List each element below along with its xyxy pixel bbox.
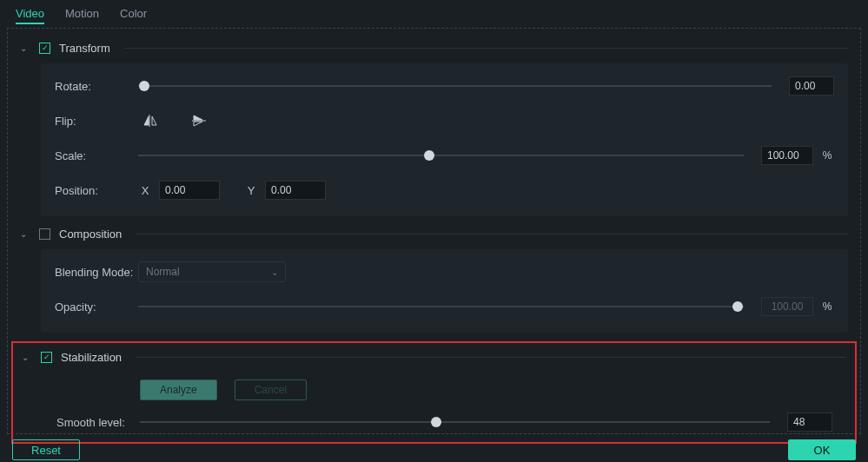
rotate-label: Rotate: <box>55 80 138 93</box>
scale-input[interactable]: 100.00 <box>761 146 813 165</box>
reset-button[interactable]: Reset <box>12 439 80 460</box>
pos-y-input[interactable]: 0.00 <box>265 181 326 200</box>
scale-slider-thumb[interactable] <box>424 150 434 161</box>
blending-mode-value: Normal <box>146 266 180 278</box>
blending-label: Blending Mode: <box>55 266 138 279</box>
pos-y-label: Y <box>244 184 258 197</box>
scale-label: Scale: <box>55 149 138 162</box>
opacity-label: Opacity: <box>55 300 138 314</box>
ok-button[interactable]: OK <box>788 439 856 460</box>
flip-vertical-icon[interactable] <box>187 112 211 129</box>
chevron-down-icon[interactable]: ⌄ <box>20 43 30 53</box>
tab-color[interactable]: Color <box>120 7 147 24</box>
tab-motion[interactable]: Motion <box>65 7 99 24</box>
flip-horizontal-icon[interactable] <box>138 112 162 129</box>
analyze-button[interactable]: Analyze <box>140 380 217 400</box>
tab-bar: Video Motion Color <box>0 0 868 24</box>
scale-unit: % <box>820 149 834 162</box>
blending-mode-select[interactable]: Normal ⌄ <box>138 261 286 282</box>
composition-title: Composition <box>59 228 122 241</box>
rotate-input[interactable]: 0.00 <box>789 76 834 96</box>
position-label: Position: <box>55 184 138 197</box>
rotate-slider-thumb[interactable] <box>139 81 149 91</box>
opacity-slider-thumb[interactable] <box>732 301 743 312</box>
chevron-down-icon[interactable]: ⌄ <box>20 229 30 239</box>
stabilization-title: Stabilization <box>61 351 122 364</box>
opacity-unit: % <box>820 300 834 313</box>
stabilization-section-highlighted: ⌄ ✓ Stabilization Analyze Cancel Smooth … <box>11 341 857 444</box>
scale-slider[interactable] <box>138 155 744 156</box>
divider <box>124 48 848 49</box>
smooth-input[interactable]: 48 <box>787 412 832 432</box>
stabilization-body: Analyze Cancel Smooth level: 48 <box>43 373 846 437</box>
smooth-slider-thumb[interactable] <box>431 417 441 427</box>
stabilization-checkbox[interactable]: ✓ <box>41 352 52 363</box>
transform-title: Transform <box>59 42 110 55</box>
divider <box>136 234 848 234</box>
composition-checkbox[interactable]: ✓ <box>39 228 50 240</box>
pos-x-label: X <box>138 184 152 197</box>
composition-body: Blending Mode: Normal ⌄ Opacity: 100.00 … <box>41 249 848 333</box>
pos-x-input[interactable]: 0.00 <box>159 181 220 200</box>
flip-label: Flip: <box>55 115 138 128</box>
chevron-down-icon[interactable]: ⌄ <box>22 353 32 362</box>
rotate-slider[interactable] <box>138 85 772 87</box>
composition-section: ⌄ ✓ Composition Blending Mode: Normal ⌄ … <box>20 225 848 333</box>
footer: Reset OK <box>0 434 868 460</box>
opacity-slider[interactable] <box>138 306 744 307</box>
video-panel: ⌄ ✓ Transform Rotate: 0.00 Flip: <box>7 28 861 434</box>
tab-video[interactable]: Video <box>16 7 44 24</box>
transform-body: Rotate: 0.00 Flip: <box>41 63 848 216</box>
transform-section: ⌄ ✓ Transform Rotate: 0.00 Flip: <box>20 39 848 216</box>
transform-checkbox[interactable]: ✓ <box>39 43 50 54</box>
opacity-value: 100.00 <box>761 297 813 316</box>
chevron-down-icon: ⌄ <box>271 267 278 277</box>
smooth-label: Smooth level: <box>56 416 140 429</box>
smooth-slider[interactable] <box>140 421 770 423</box>
divider <box>136 357 846 358</box>
cancel-button[interactable]: Cancel <box>235 380 307 400</box>
